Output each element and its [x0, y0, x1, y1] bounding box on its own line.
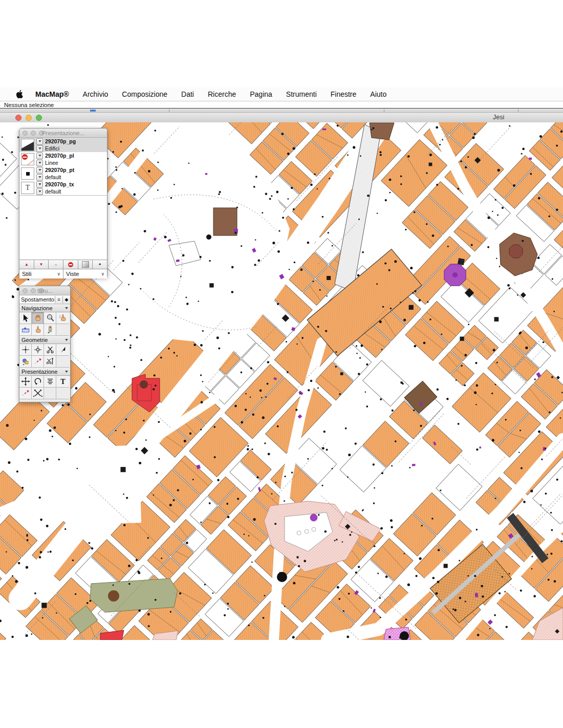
disclosure-button[interactable] — [36, 138, 43, 145]
fill-arrow-icon — [58, 345, 68, 354]
svg-text:T: T — [60, 378, 66, 386]
gradient-icon — [82, 261, 89, 268]
tools-palette[interactable]: Stru... Spostamento ≡ ◆ NavigazioneGeome… — [19, 286, 71, 402]
presentation-palette-title: Presentazione... — [19, 130, 107, 136]
gradient-style-button[interactable] — [78, 260, 93, 269]
menu-item-ricerche[interactable]: Ricerche — [208, 90, 236, 98]
tool-resize-diagonal[interactable] — [32, 388, 44, 399]
menu-item-finestre[interactable]: Finestre — [331, 90, 357, 98]
tools-menu-button[interactable]: ≡ — [55, 296, 62, 303]
window-title-bar[interactable]: Jesi — [0, 113, 563, 123]
tool-traffic-light[interactable] — [44, 324, 56, 336]
layer-thumbnail[interactable] — [21, 139, 34, 151]
views-dropdown[interactable]: Viste ∨ — [63, 269, 107, 279]
tool-point-hand[interactable] — [32, 324, 44, 336]
close-button[interactable] — [15, 115, 21, 121]
tool-cell-empty — [56, 356, 69, 368]
menu-item-composizione[interactable]: Composizione — [122, 90, 167, 98]
tools-mode-label: Spostamento — [19, 296, 55, 303]
polygon-style-icon — [21, 139, 34, 151]
menu-item-pagina[interactable]: Pagina — [250, 90, 272, 98]
raise-layer-button[interactable]: ▲ — [19, 260, 34, 269]
layer-style: Linee — [45, 160, 58, 166]
layer-name: 292070p_tx — [45, 181, 74, 187]
chevron-down-icon — [65, 307, 68, 309]
tool-scissors[interactable] — [44, 344, 56, 356]
layer-row-292070p_tx[interactable]: T292070p_txdefault — [19, 181, 107, 195]
split-segment-icon — [33, 357, 42, 366]
layer-thumbnail[interactable]: T — [21, 182, 34, 194]
merge-shapes-icon — [21, 357, 30, 366]
tool-split-segment[interactable] — [32, 356, 44, 368]
status-text: Nessuna selezione — [4, 102, 54, 108]
disclosure-button[interactable] — [36, 167, 43, 174]
move-arrows-icon — [21, 377, 30, 386]
no-entry-button[interactable] — [63, 260, 78, 269]
remove-layer-button[interactable]: – — [49, 260, 63, 269]
chevron-down-icon — [65, 371, 68, 373]
menu-item-dati[interactable]: Dati — [181, 90, 194, 98]
tool-vertex-point[interactable] — [19, 344, 32, 356]
tool-cut-scissors[interactable] — [44, 356, 56, 368]
landmark-red-building-dot — [140, 380, 148, 389]
tool-vertex-square[interactable] — [32, 344, 44, 356]
scissors-icon — [46, 345, 55, 354]
disclosure-button[interactable] — [36, 174, 43, 181]
layer-style: default — [45, 174, 61, 180]
disclosure-button[interactable] — [36, 160, 43, 166]
tool-split-segment[interactable] — [19, 388, 32, 399]
window-title: Jesi — [493, 114, 504, 121]
tool-zoom-magnifier[interactable] — [44, 312, 56, 324]
zoom-magnifier-icon — [46, 313, 55, 323]
disclosure-button[interactable] — [36, 181, 43, 188]
cut-scissors-icon — [46, 357, 55, 366]
section-label: Navigazione — [21, 305, 53, 311]
tools-section-navigazione[interactable]: Navigazione — [19, 304, 70, 312]
layer-row-292070p_pt[interactable]: 292070p_ptdefault — [19, 166, 107, 181]
layer-row-292070p_pg[interactable]: 292070p_pgEdifici — [19, 138, 107, 152]
landmark-brown-building-park — [213, 208, 237, 235]
tool-fill-arrow[interactable] — [56, 344, 69, 356]
tool-grid — [19, 312, 70, 336]
tools-section-geometrie[interactable]: Geometrie — [19, 336, 70, 344]
styles-dropdown[interactable]: Stili ∨ — [19, 269, 63, 279]
presentation-palette-titlebar[interactable]: Presentazione... — [19, 129, 107, 138]
traffic-light-icon — [46, 325, 55, 334]
tool-rotate-arc[interactable] — [32, 376, 44, 388]
tool-text-tool[interactable]: T — [56, 376, 69, 388]
diamond-style-button[interactable]: ✦ — [93, 260, 107, 269]
menu-item-archivio[interactable]: Archivio — [83, 90, 109, 98]
pan-hand-icon — [33, 313, 42, 323]
text-style-icon: T — [21, 184, 34, 192]
apple-menu-icon[interactable] — [16, 90, 24, 98]
chevron-down-icon: ∨ — [101, 271, 104, 276]
resize-diagonal-icon — [33, 389, 42, 398]
tool-measure-ruler[interactable] — [19, 324, 32, 336]
tools-section-presentazione[interactable]: Presentazione — [19, 368, 70, 376]
tool-flick-hand[interactable] — [56, 312, 69, 324]
tool-pan-hand[interactable] — [32, 312, 44, 324]
tool-merge-shapes[interactable] — [19, 356, 32, 368]
menu-item-macmap[interactable]: MacMap® — [35, 90, 69, 98]
styles-dropdown-label: Stili — [22, 271, 32, 277]
flick-hand-icon — [58, 313, 68, 323]
layer-row-292070p_pl[interactable]: 292070p_plLinee — [19, 152, 107, 166]
minimize-button[interactable] — [26, 115, 32, 121]
tools-palette-titlebar[interactable]: Stru... — [19, 286, 70, 295]
zoom-button[interactable] — [36, 115, 42, 121]
layer-thumbnail[interactable] — [21, 153, 34, 165]
tools-diamond-button[interactable]: ◆ — [62, 296, 70, 303]
disclosure-button[interactable] — [36, 153, 43, 159]
menu-item-strumenti[interactable]: Strumenti — [286, 90, 317, 98]
menu-item-aiuto[interactable]: Aiuto — [370, 90, 386, 98]
tool-select-arrow[interactable] — [19, 312, 32, 324]
tool-grid: T — [19, 376, 70, 399]
disclosure-button[interactable] — [36, 188, 43, 195]
tool-move-arrows[interactable] — [19, 376, 32, 388]
presentation-palette[interactable]: Presentazione... 292070p_pgEdifici292070… — [19, 128, 107, 277]
layer-thumbnail[interactable] — [21, 167, 34, 180]
layer-list: 292070p_pgEdifici292070p_plLinee292070p_… — [19, 138, 107, 196]
lower-layer-button[interactable]: ▼ — [34, 260, 49, 269]
tool-align-center[interactable] — [44, 376, 56, 388]
disclosure-button[interactable] — [36, 145, 43, 152]
